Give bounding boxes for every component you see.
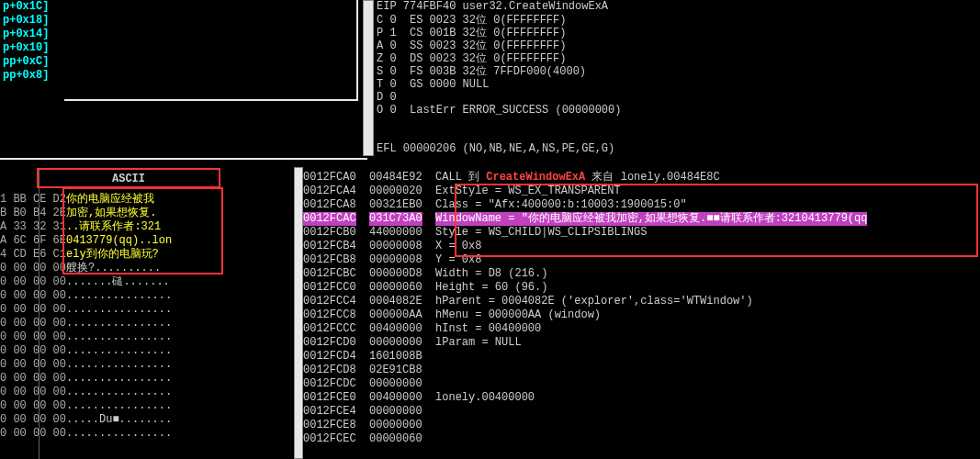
hex-row: 1 BB CE D2 bbox=[0, 193, 64, 207]
stack-row[interactable]: 0012FCDC 00000000 bbox=[303, 377, 980, 391]
ascii-row: ..请联系作者:321 bbox=[66, 220, 218, 234]
ascii-row: ................ bbox=[66, 303, 218, 317]
ascii-row: 0413779(qq)..lon bbox=[66, 234, 218, 248]
vertical-divider[interactable] bbox=[363, 0, 374, 156]
bp-item: p+0x18] bbox=[0, 14, 64, 28]
ascii-row: 艘换?.......... bbox=[66, 262, 218, 275]
stack-row[interactable]: 0012FCC8 000000AA hMenu = 000000AA (wind… bbox=[303, 308, 980, 322]
stack-row[interactable]: 0012FCC0 00000060 Height = 60 (96.) bbox=[303, 281, 980, 295]
horizontal-divider[interactable] bbox=[0, 158, 367, 160]
ascii-row: 你的电脑应经被我 bbox=[66, 193, 218, 207]
hex-row: 0 00 00 00 bbox=[0, 372, 64, 386]
flag-line: Z 0 DS 0023 32位 0(FFFFFFFF) bbox=[377, 52, 621, 65]
ascii-row: ................ bbox=[66, 317, 218, 330]
bp-item: pp+0xC] bbox=[0, 55, 64, 69]
stack-row[interactable]: 0012FCC4 0004082E hParent = 0004082E ('e… bbox=[303, 295, 980, 308]
breakpoint-list: p+0x1C] p+0x18] p+0x14] p+0x10] pp+0xC] … bbox=[0, 0, 64, 83]
flag-line: P 1 CS 001B 32位 0(FFFFFFFF) bbox=[377, 27, 621, 39]
ascii-row: ................ bbox=[66, 427, 218, 441]
bp-item: p+0x1C] bbox=[0, 0, 64, 14]
stack-row[interactable]: 0012FCE0 00400000 lonely.00400000 bbox=[303, 391, 980, 405]
hex-row: 0 00 00 00 bbox=[0, 427, 64, 441]
hex-row: B B0 B4 2E bbox=[0, 207, 64, 220]
stack-row[interactable]: 0012FCD4 1601008B bbox=[303, 350, 980, 364]
flag-line: O 0 LastErr ERROR_SUCCESS (00000000) bbox=[377, 104, 621, 117]
stack-row[interactable]: 0012FCE4 00000000 bbox=[303, 405, 980, 419]
flag-line: T 0 GS 0000 NULL bbox=[377, 78, 621, 91]
bp-item: p+0x14] bbox=[0, 28, 64, 41]
ascii-row: .....Du■........ bbox=[66, 413, 218, 427]
hex-row: A 33 32 31 bbox=[0, 220, 64, 234]
window-border bbox=[64, 0, 358, 101]
ascii-row: 加密,如果想恢复. bbox=[66, 207, 218, 220]
ascii-row: ................ bbox=[66, 330, 218, 344]
flag-line: S 0 FS 003B 32位 7FFDF000(4000) bbox=[377, 65, 621, 78]
eip-display: EIP 774FBF40 user32.CreateWindowExA bbox=[377, 0, 964, 14]
stack-row[interactable]: 0012FCBC 000000D8 Width = D8 (216.) bbox=[303, 267, 980, 281]
hex-row: 0 00 00 00 bbox=[0, 262, 64, 275]
hex-row: A 6C 6F 6E bbox=[0, 234, 64, 248]
stack-row[interactable]: 0012FCB4 00000008 X = 0x8 bbox=[303, 240, 980, 253]
hex-row: 0 00 00 00 bbox=[0, 358, 64, 372]
ascii-row: ................ bbox=[66, 372, 218, 386]
ascii-row: ................ bbox=[66, 399, 218, 413]
stack-row[interactable]: 0012FCAC 031C73A0 WindowName = "你的电脑应经被我… bbox=[303, 212, 980, 226]
stack-row[interactable]: 0012FCB0 44000000 Style = WS_CHILD|WS_CL… bbox=[303, 226, 980, 240]
flag-line: A 0 SS 0023 32位 0(FFFFFFFF) bbox=[377, 39, 621, 52]
hex-row: 0 00 00 00 bbox=[0, 289, 64, 303]
hex-row: 0 00 00 00 bbox=[0, 275, 64, 289]
stack-row[interactable]: 0012FCEC 00000060 bbox=[303, 432, 980, 446]
bp-item: p+0x10] bbox=[0, 41, 64, 55]
flag-line: C 0 ES 0023 32位 0(FFFFFFFF) bbox=[377, 14, 621, 27]
hex-row: 0 00 00 00 bbox=[0, 399, 64, 413]
ascii-header: ASCII bbox=[37, 168, 220, 188]
ascii-row: ely到你的电脑玩? bbox=[66, 248, 218, 262]
stack-row[interactable]: 0012FCCC 00400000 hInst = 00400000 bbox=[303, 322, 980, 336]
stack-row[interactable]: 0012FCB8 00000008 Y = 0x8 bbox=[303, 253, 980, 267]
stack-row[interactable]: 0012FCA4 00000020 ExtStyle = WS_EX_TRANS… bbox=[303, 185, 980, 198]
ascii-row: .......磓....... bbox=[66, 275, 218, 289]
stack-row[interactable]: 0012FCD8 02E91CB8 bbox=[303, 364, 980, 377]
ascii-row: ................ bbox=[66, 358, 218, 372]
stack-view[interactable]: 0012FCA0 00484E92 CALL 到 CreateWindowExA… bbox=[303, 171, 980, 446]
cpu-flags: C 0 ES 0023 32位 0(FFFFFFFF) P 1 CS 001B … bbox=[377, 14, 621, 117]
hex-row: 0 00 00 00 bbox=[0, 413, 64, 427]
stack-row[interactable]: 0012FCA8 00321EB0 Class = "Afx:400000:b:… bbox=[303, 198, 980, 212]
efl-display: EFL 00000206 (NO,NB,NE,A,NS,PE,GE,G) bbox=[377, 142, 614, 155]
vertical-divider-2[interactable] bbox=[294, 167, 303, 459]
hex-row: 0 00 00 00 bbox=[0, 330, 64, 344]
bp-item: pp+0x8] bbox=[0, 69, 64, 83]
stack-row[interactable]: 0012FCD0 00000000 lParam = NULL bbox=[303, 336, 980, 350]
ascii-row: ................ bbox=[66, 344, 218, 358]
ascii-row: ................ bbox=[66, 289, 218, 303]
stack-row[interactable]: 0012FCE8 00000000 bbox=[303, 419, 980, 432]
hex-row: 0 00 00 00 bbox=[0, 303, 64, 317]
hex-row: 4 CD E6 C1 bbox=[0, 248, 64, 262]
flag-line: D 0 bbox=[377, 91, 621, 104]
hex-row: 0 00 00 00 bbox=[0, 386, 64, 399]
stack-row[interactable]: 0012FCA0 00484E92 CALL 到 CreateWindowExA… bbox=[303, 171, 980, 185]
efl-line: EFL 00000206 (NO,NB,NE,A,NS,PE,GE,G) bbox=[377, 142, 614, 155]
ascii-row: ................ bbox=[66, 386, 218, 399]
hex-dump[interactable]: 1 BB CE D2 B B0 B4 2E A 33 32 31 A 6C 6F… bbox=[0, 193, 64, 441]
eip-line: EIP 774FBF40 user32.CreateWindowExA bbox=[377, 0, 964, 14]
hex-row: 0 00 00 00 bbox=[0, 344, 64, 358]
hex-row: 0 00 00 00 bbox=[0, 317, 64, 330]
ascii-dump[interactable]: 你的电脑应经被我 加密,如果想恢复. ..请联系作者:321 0413779(q… bbox=[66, 193, 218, 441]
